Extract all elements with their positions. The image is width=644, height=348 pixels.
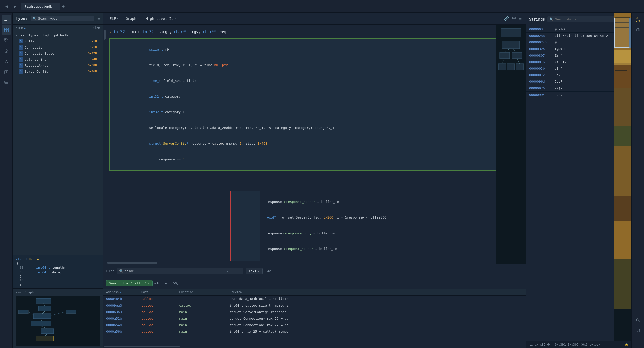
- result-data-0: calloc: [141, 297, 179, 301]
- find-input[interactable]: [125, 269, 225, 273]
- type-item-serverconfig[interactable]: S ServerConfig 0x468: [13, 68, 103, 74]
- search-tag[interactable]: Search for 'calloc' ✕: [106, 280, 153, 286]
- svg-rect-19: [33, 314, 51, 319]
- struct-field-length: 00 int64_t length;: [16, 265, 100, 270]
- tab-close-button[interactable]: ✕: [54, 5, 56, 8]
- new-tab-button[interactable]: +: [62, 4, 65, 9]
- lock-icon: 🔒: [625, 343, 628, 346]
- mini-graph-canvas[interactable]: [16, 296, 100, 346]
- string-row-10[interactable]: 00000994 -D8,: [526, 92, 628, 98]
- string-row-6[interactable]: 0000003b ,E-`: [526, 65, 628, 72]
- cjk-icon[interactable]: 中: [512, 16, 516, 21]
- sidebar-icon-tags[interactable]: [2, 36, 11, 45]
- result-row-3[interactable]: 0000a52b calloc main struct Connection* …: [103, 315, 526, 322]
- svg-line-25: [41, 319, 42, 321]
- string-row-7[interactable]: 00000072 ~d?R: [526, 72, 628, 78]
- svg-rect-29: [66, 310, 76, 314]
- col-header-preview[interactable]: Preview: [229, 290, 523, 294]
- results-h-scrollbar[interactable]: [103, 345, 526, 348]
- types-search-box[interactable]: 🔍: [31, 16, 94, 21]
- right-sidebar: ƒx: [631, 13, 644, 348]
- types-group-header[interactable]: ▼ User Types: lighttpd.bndb: [13, 32, 103, 38]
- right-icon-search[interactable]: [633, 315, 643, 325]
- right-icon-formula[interactable]: ƒx: [633, 15, 643, 24]
- right-icon-scrollbar[interactable]: [633, 336, 643, 346]
- strings-search-box[interactable]: 🔍: [547, 16, 624, 22]
- sidebar-icon-types[interactable]: [2, 25, 11, 35]
- strings-search-input[interactable]: [555, 17, 622, 21]
- block2-line-2: void* __offset ServerConfig, 0x200 i = &…: [235, 210, 256, 226]
- code-line-5: int32_t category_1: [114, 105, 516, 120]
- result-row-4[interactable]: 0000a54b calloc main struct Connection* …: [103, 322, 526, 328]
- code-h-scrollbar[interactable]: [106, 261, 496, 264]
- graph-dropdown-icon: ▾: [137, 17, 139, 20]
- type-item-data-string[interactable]: S data_string 0x48: [13, 56, 103, 62]
- types-search-input[interactable]: [38, 17, 92, 20]
- find-bar: Find 🔍 ✕ Text ▾ Aa: [103, 264, 526, 278]
- col-header-function[interactable]: Function: [179, 290, 229, 294]
- content-area: ELF ▾ Graph ▾ High Level IL ▾ 🔗 中 ≡: [103, 13, 526, 348]
- strings-list[interactable]: 00000034 @8\t@ 00000238 /lib64/ld-linux-…: [526, 26, 628, 341]
- type-item-requestarray[interactable]: S RequestArray 0x388: [13, 62, 103, 68]
- elf-menu-button[interactable]: ELF ▾: [107, 16, 121, 22]
- string-row-4[interactable]: 00000807 Zmh4: [526, 52, 628, 59]
- svg-point-9: [6, 51, 7, 52]
- back-button[interactable]: ◀: [3, 3, 10, 10]
- find-type-button[interactable]: Text ▾: [246, 268, 263, 274]
- svg-rect-61: [614, 259, 631, 309]
- search-tag-close[interactable]: ✕: [148, 281, 150, 285]
- high-level-il-button[interactable]: High Level IL ▾: [143, 16, 179, 22]
- second-code-block[interactable]: response->response_header = buffer_init …: [230, 191, 260, 264]
- find-clear-button[interactable]: ✕: [227, 269, 229, 273]
- string-row-0[interactable]: 00000034 @8\t@: [526, 26, 628, 33]
- string-row-8[interactable]: 0000096d Jy.F: [526, 78, 628, 85]
- type-item-connection[interactable]: S Connection 0x18: [13, 44, 103, 50]
- forward-button[interactable]: ▶: [12, 3, 19, 10]
- result-row-0[interactable]: 0000484b calloc char data_484b[0x7] = "c…: [103, 296, 526, 302]
- type-size-serverconfig: 0x468: [83, 70, 97, 73]
- result-row-1[interactable]: 00009ea0 calloc calloc int64_t calloc(si…: [103, 302, 526, 309]
- svg-line-23: [44, 303, 45, 306]
- code-blocks-area[interactable]: ✦ int32_t main int32_t argc, char** argv…: [103, 25, 526, 264]
- sidebar-icon-patches[interactable]: [2, 67, 11, 77]
- toolbar-menu-icon[interactable]: ≡: [519, 16, 522, 21]
- graph-menu-button[interactable]: Graph ▾: [123, 16, 141, 22]
- string-row-1[interactable]: 00000238 /lib64/ld-linux-x86-64.so.2: [526, 33, 628, 39]
- file-tab[interactable]: lighttpd.bndb ✕: [21, 3, 60, 10]
- col-header-data[interactable]: Data: [141, 290, 179, 294]
- type-badge-buffer: S: [19, 39, 23, 44]
- result-row-2[interactable]: 0000a3a9 calloc main struct ServerConfig…: [103, 309, 526, 315]
- find-case-button[interactable]: Aa: [265, 268, 273, 274]
- sidebar-icon-segments[interactable]: [2, 78, 11, 88]
- link-icon[interactable]: 🔗: [504, 16, 509, 21]
- svg-point-7: [5, 39, 6, 40]
- string-row-9[interactable]: 00000976 w2$s: [526, 85, 628, 92]
- type-item-buffer[interactable]: S Buffer 0x10: [13, 38, 103, 44]
- result-preview-0: char data_484b[0x7] = "calloc": [229, 297, 523, 301]
- sidebar-icon-xrefs[interactable]: [2, 46, 11, 56]
- types-menu-icon[interactable]: ≡: [97, 16, 100, 21]
- types-table-header: Name ▲ Size: [13, 25, 103, 31]
- type-badge-connection: S: [19, 45, 23, 50]
- string-row-2[interactable]: 0000002c3 @: [526, 39, 628, 46]
- string-row-3[interactable]: 0000032a (@Z%0: [526, 46, 628, 52]
- main-code-block[interactable]: ssize_t r9 field, rcx, rdx, r8_1, r9 = t…: [109, 38, 521, 171]
- string-row-5[interactable]: 00000816 \tJF)V: [526, 59, 628, 65]
- right-icon-layers[interactable]: [633, 25, 643, 35]
- sidebar-icon-home[interactable]: [2, 15, 11, 24]
- type-size-connectionstate: 0x428: [83, 52, 97, 55]
- find-input-wrap[interactable]: 🔍 ✕: [117, 268, 243, 274]
- high-level-il-dropdown-icon: ▾: [174, 17, 176, 20]
- code-content: ✦ int32_t main int32_t argc, char** argv…: [103, 25, 526, 264]
- find-type-dropdown: ▾: [258, 269, 260, 273]
- minimap-strip: [614, 13, 631, 341]
- right-icon-terminal[interactable]: [633, 326, 643, 335]
- result-row-5[interactable]: 0000a56b calloc main int64 t rax 25 = ca…: [103, 328, 526, 335]
- col-header-address[interactable]: Address ▾: [106, 290, 141, 294]
- result-func-2: main: [179, 310, 229, 314]
- svg-rect-18: [38, 306, 51, 311]
- sidebar-icon-symbols[interactable]: [2, 57, 11, 66]
- results-table[interactable]: Address ▾ Data Function Preview 0000484b…: [103, 289, 526, 345]
- type-item-connectionstate[interactable]: S ConnectionState 0x428: [13, 50, 103, 56]
- filter-info[interactable]: ▶ Filter (50): [155, 281, 179, 285]
